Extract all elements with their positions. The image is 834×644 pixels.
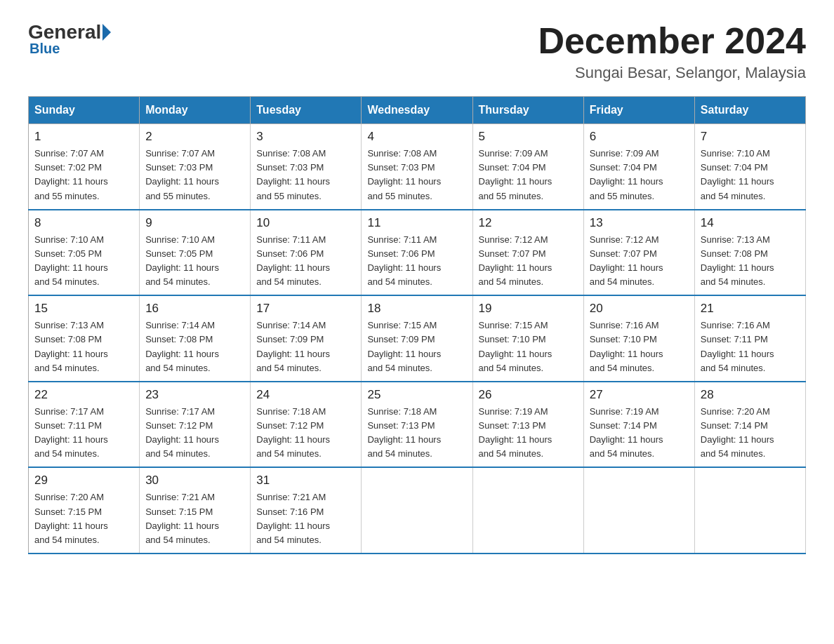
calendar-cell: 28Sunrise: 7:20 AMSunset: 7:14 PMDayligh… [694,382,805,468]
calendar-cell: 8Sunrise: 7:10 AMSunset: 7:05 PMDaylight… [29,210,140,296]
weekday-header-saturday: Saturday [694,97,805,124]
calendar-table: SundayMondayTuesdayWednesdayThursdayFrid… [28,96,806,554]
calendar-cell: 14Sunrise: 7:13 AMSunset: 7:08 PMDayligh… [694,210,805,296]
calendar-cell: 6Sunrise: 7:09 AMSunset: 7:04 PMDaylight… [583,124,694,210]
logo-blue-part [101,24,114,41]
day-number: 6 [590,130,689,144]
weekday-header-row: SundayMondayTuesdayWednesdayThursdayFrid… [29,97,806,124]
weekday-header-wednesday: Wednesday [362,97,472,124]
day-info: Sunrise: 7:11 AMSunset: 7:06 PMDaylight:… [256,233,355,290]
day-info: Sunrise: 7:21 AMSunset: 7:16 PMDaylight:… [256,490,355,547]
calendar-cell: 21Sunrise: 7:16 AMSunset: 7:11 PMDayligh… [694,295,805,382]
calendar-cell: 19Sunrise: 7:15 AMSunset: 7:10 PMDayligh… [472,295,583,382]
day-info: Sunrise: 7:08 AMSunset: 7:03 PMDaylight:… [367,147,466,203]
day-info: Sunrise: 7:17 AMSunset: 7:12 PMDaylight:… [145,405,244,462]
day-info: Sunrise: 7:10 AMSunset: 7:05 PMDaylight:… [34,233,133,290]
day-info: Sunrise: 7:16 AMSunset: 7:11 PMDaylight:… [701,318,800,375]
day-info: Sunrise: 7:13 AMSunset: 7:08 PMDaylight:… [34,318,133,375]
day-number: 7 [701,130,800,144]
calendar-cell: 5Sunrise: 7:09 AMSunset: 7:04 PMDaylight… [472,124,583,210]
calendar-header: SundayMondayTuesdayWednesdayThursdayFrid… [29,97,806,124]
calendar-cell: 11Sunrise: 7:11 AMSunset: 7:06 PMDayligh… [362,210,472,296]
location-subtitle: Sungai Besar, Selangor, Malaysia [538,64,806,82]
day-info: Sunrise: 7:16 AMSunset: 7:10 PMDaylight:… [590,318,689,375]
calendar-cell: 20Sunrise: 7:16 AMSunset: 7:10 PMDayligh… [583,295,694,382]
title-block: December 2024 Sungai Besar, Selangor, Ma… [538,21,806,82]
weekday-header-tuesday: Tuesday [251,97,362,124]
day-info: Sunrise: 7:10 AMSunset: 7:04 PMDaylight:… [701,147,800,203]
day-info: Sunrise: 7:14 AMSunset: 7:08 PMDaylight:… [145,318,244,375]
day-number: 14 [701,216,800,230]
day-number: 15 [34,302,133,316]
day-number: 31 [256,474,355,488]
day-number: 27 [590,388,689,402]
calendar-cell: 16Sunrise: 7:14 AMSunset: 7:08 PMDayligh… [140,295,251,382]
calendar-cell: 1Sunrise: 7:07 AMSunset: 7:02 PMDaylight… [29,124,140,210]
calendar-cell: 31Sunrise: 7:21 AMSunset: 7:16 PMDayligh… [251,467,362,554]
calendar-cell: 24Sunrise: 7:18 AMSunset: 7:12 PMDayligh… [251,382,362,468]
day-number: 4 [367,130,466,144]
day-info: Sunrise: 7:19 AMSunset: 7:14 PMDaylight:… [590,405,689,462]
calendar-cell: 25Sunrise: 7:18 AMSunset: 7:13 PMDayligh… [362,382,472,468]
day-info: Sunrise: 7:09 AMSunset: 7:04 PMDaylight:… [590,147,689,203]
day-info: Sunrise: 7:19 AMSunset: 7:13 PMDaylight:… [479,405,578,462]
calendar-cell: 17Sunrise: 7:14 AMSunset: 7:09 PMDayligh… [251,295,362,382]
day-info: Sunrise: 7:12 AMSunset: 7:07 PMDaylight:… [479,233,578,290]
day-number: 21 [701,302,800,316]
calendar-week-row: 1Sunrise: 7:07 AMSunset: 7:02 PMDaylight… [29,124,806,210]
day-number: 2 [145,130,244,144]
day-number: 30 [145,474,244,488]
day-number: 29 [34,474,133,488]
calendar-cell: 10Sunrise: 7:11 AMSunset: 7:06 PMDayligh… [251,210,362,296]
day-number: 22 [34,388,133,402]
day-info: Sunrise: 7:09 AMSunset: 7:04 PMDaylight:… [479,147,578,203]
calendar-cell: 22Sunrise: 7:17 AMSunset: 7:11 PMDayligh… [29,382,140,468]
calendar-cell [362,467,472,554]
day-info: Sunrise: 7:18 AMSunset: 7:12 PMDaylight:… [256,405,355,462]
day-number: 19 [479,302,578,316]
day-number: 13 [590,216,689,230]
day-info: Sunrise: 7:07 AMSunset: 7:02 PMDaylight:… [34,147,133,203]
calendar-cell: 18Sunrise: 7:15 AMSunset: 7:09 PMDayligh… [362,295,472,382]
day-info: Sunrise: 7:17 AMSunset: 7:11 PMDaylight:… [34,405,133,462]
day-number: 11 [367,216,466,230]
day-number: 26 [479,388,578,402]
day-number: 23 [145,388,244,402]
logo: General Blue [28,21,114,57]
calendar-cell: 15Sunrise: 7:13 AMSunset: 7:08 PMDayligh… [29,295,140,382]
calendar-cell [583,467,694,554]
day-number: 20 [590,302,689,316]
day-number: 25 [367,388,466,402]
day-number: 9 [145,216,244,230]
day-info: Sunrise: 7:20 AMSunset: 7:15 PMDaylight:… [34,490,133,547]
day-info: Sunrise: 7:14 AMSunset: 7:09 PMDaylight:… [256,318,355,375]
day-info: Sunrise: 7:21 AMSunset: 7:15 PMDaylight:… [145,490,244,547]
day-info: Sunrise: 7:07 AMSunset: 7:03 PMDaylight:… [145,147,244,203]
day-number: 10 [256,216,355,230]
calendar-week-row: 29Sunrise: 7:20 AMSunset: 7:15 PMDayligh… [29,467,806,554]
weekday-header-thursday: Thursday [472,97,583,124]
calendar-cell: 23Sunrise: 7:17 AMSunset: 7:12 PMDayligh… [140,382,251,468]
day-info: Sunrise: 7:08 AMSunset: 7:03 PMDaylight:… [256,147,355,203]
calendar-week-row: 22Sunrise: 7:17 AMSunset: 7:11 PMDayligh… [29,382,806,468]
day-info: Sunrise: 7:15 AMSunset: 7:10 PMDaylight:… [479,318,578,375]
calendar-cell [472,467,583,554]
logo-blue-text: Blue [28,41,60,57]
day-number: 28 [701,388,800,402]
day-number: 1 [34,130,133,144]
calendar-cell: 3Sunrise: 7:08 AMSunset: 7:03 PMDaylight… [251,124,362,210]
calendar-cell: 7Sunrise: 7:10 AMSunset: 7:04 PMDaylight… [694,124,805,210]
day-info: Sunrise: 7:15 AMSunset: 7:09 PMDaylight:… [367,318,466,375]
calendar-cell: 12Sunrise: 7:12 AMSunset: 7:07 PMDayligh… [472,210,583,296]
weekday-header-sunday: Sunday [29,97,140,124]
day-info: Sunrise: 7:13 AMSunset: 7:08 PMDaylight:… [701,233,800,290]
page-header: General Blue December 2024 Sungai Besar,… [28,21,806,82]
day-number: 17 [256,302,355,316]
calendar-cell: 26Sunrise: 7:19 AMSunset: 7:13 PMDayligh… [472,382,583,468]
logo-triangle-icon [102,24,111,41]
day-number: 3 [256,130,355,144]
day-number: 8 [34,216,133,230]
day-number: 5 [479,130,578,144]
day-info: Sunrise: 7:20 AMSunset: 7:14 PMDaylight:… [701,405,800,462]
calendar-cell: 4Sunrise: 7:08 AMSunset: 7:03 PMDaylight… [362,124,472,210]
